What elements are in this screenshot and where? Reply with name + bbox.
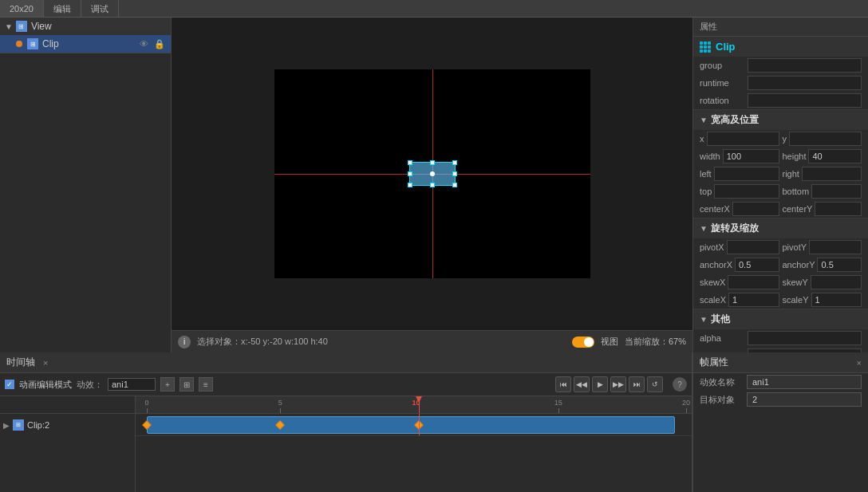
top-bar-edit[interactable]: 编辑	[44, 0, 81, 17]
pb-last-btn[interactable]: ⏭	[629, 376, 645, 392]
view-toggle[interactable]	[572, 337, 594, 348]
prop-anchory-value[interactable]: 0.5	[817, 258, 862, 272]
layer-clip-name: Clip	[42, 38, 137, 49]
canvas-coords: 选择对象：x:-50 y:-20 w:100 h:40	[197, 336, 566, 348]
prop-runtime-value[interactable]	[748, 76, 862, 90]
prop-left-label: left	[700, 169, 712, 179]
handle-br[interactable]	[452, 183, 457, 187]
prop-group-label: group	[700, 61, 748, 70]
main-layout: ▼ ⊞ View ⊞ Clip 👁 🔒	[0, 18, 868, 352]
prop-rotation: rotation	[693, 92, 868, 109]
track-playhead-line	[419, 414, 420, 435]
prop-scalex-label: scaleX	[700, 295, 726, 305]
track-expand-icon[interactable]: ▶	[3, 421, 10, 430]
pb-play-btn[interactable]: ▶	[592, 376, 608, 392]
prop-rotation-value[interactable]	[748, 93, 862, 108]
prop-alpha-label: alpha	[700, 333, 748, 343]
pb-first-btn[interactable]: ⏮	[555, 376, 571, 392]
prop-pivoty-value[interactable]	[809, 240, 862, 254]
prop-pivotx-value[interactable]	[727, 240, 779, 254]
other-header[interactable]: ▼ 其他	[693, 309, 868, 329]
view-section-header[interactable]: ▼ ⊞ View	[0, 18, 171, 35]
timeline-playhead[interactable]	[419, 396, 420, 413]
prop-skewy-value[interactable]	[811, 275, 862, 289]
track-clip-name: Clip:2	[27, 420, 49, 430]
top-bar-coords[interactable]: 20x20	[0, 0, 44, 17]
prop-y-value[interactable]	[789, 132, 862, 146]
center-panel: i 选择对象：x:-50 y:-20 w:100 h:40 视图 当前缩放：67…	[172, 18, 692, 352]
prop-bottom-value[interactable]	[811, 184, 862, 199]
anim-copy-btn[interactable]: ⊞	[180, 377, 194, 392]
frame-target-value[interactable]: 2	[747, 392, 862, 407]
handle-tm[interactable]	[430, 160, 435, 165]
canvas-area[interactable]	[172, 18, 692, 330]
prop-alpha-value[interactable]	[748, 331, 862, 345]
handle-tr[interactable]	[452, 160, 457, 165]
frame-props-panel: 帧属性 × 动效名称 ani1 目标对象 2	[692, 352, 868, 492]
clip-name: Clip	[716, 41, 736, 53]
timeline-close-btn[interactable]: ×	[43, 358, 48, 368]
visibility-icon[interactable]: 👁	[137, 37, 150, 50]
anim-edit-checkbox[interactable]: ✓	[5, 380, 14, 389]
prop-height-label: height	[783, 152, 807, 161]
layer-actions: 👁 🔒	[137, 37, 166, 50]
frame-props-title: 帧属性	[700, 356, 857, 369]
transform-header[interactable]: ▼ 旋转及缩放	[693, 218, 868, 238]
other-title: 其他	[711, 313, 730, 326]
pb-prev-btn[interactable]: ◀◀	[574, 376, 590, 392]
prop-height-value[interactable]: 40	[808, 149, 862, 163]
pb-next-btn[interactable]: ▶▶	[610, 376, 626, 392]
view-label: 视图	[601, 336, 618, 348]
anim-add-btn[interactable]: +	[160, 377, 175, 392]
prop-centerx-value[interactable]	[732, 202, 779, 216]
handle-ml[interactable]	[408, 171, 412, 176]
frame-props-close-btn[interactable]: ×	[857, 358, 862, 368]
prop-top-value[interactable]	[714, 184, 779, 199]
anim-edit-label: 动画编辑模式	[19, 379, 72, 391]
lock-icon[interactable]: 🔒	[153, 37, 166, 50]
top-bar-debug[interactable]: 调试	[81, 0, 119, 17]
prop-scaley-value[interactable]: 1	[811, 293, 862, 307]
prop-anchorx-value[interactable]: 0.5	[735, 258, 779, 272]
prop-centerx-label: centerX	[700, 204, 730, 214]
prop-skewx-label: skewX	[700, 277, 725, 287]
right-panel: 属性 Clip group runtime rotation	[692, 18, 868, 352]
track-clip-icon: ⊞	[13, 419, 24, 431]
size-pos-header[interactable]: ▼ 宽高及位置	[693, 110, 868, 130]
prop-centery-value[interactable]	[815, 202, 862, 216]
layer-item-clip[interactable]: ⊞ Clip 👁 🔒	[0, 35, 171, 53]
anim-menu-btn[interactable]: ≡	[199, 377, 213, 392]
help-btn[interactable]: ?	[673, 377, 687, 392]
layer-active-dot	[16, 41, 22, 47]
playhead-triangle	[416, 396, 422, 403]
info-icon[interactable]: i	[178, 336, 191, 348]
handle-bl[interactable]	[408, 183, 412, 187]
layer-clip-icon: ⊞	[27, 38, 38, 49]
prop-anchorx-label: anchorX	[700, 260, 732, 270]
clip-object[interactable]	[409, 162, 456, 186]
prop-group-value[interactable]	[748, 58, 862, 73]
other-section: ▼ 其他 alpha autoPlay blendMode cacheAs	[693, 309, 868, 352]
anim-name-input[interactable]	[108, 378, 156, 391]
prop-skewy-label: skewY	[783, 277, 808, 287]
track-label-clip2[interactable]: ▶ ⊞ Clip:2	[0, 414, 135, 436]
prop-skewx-value[interactable]	[728, 275, 779, 289]
playback-controls: ⏮ ◀◀ ▶ ▶▶ ⏭ ↺	[555, 376, 663, 392]
prop-right-value[interactable]	[802, 167, 862, 181]
prop-x-value[interactable]	[707, 132, 779, 146]
track-clip-bar[interactable]	[147, 416, 675, 434]
handle-tl[interactable]	[408, 160, 412, 165]
track-content: 0 5 10 15 20	[136, 396, 692, 492]
frame-anim-name-value[interactable]: ani1	[747, 375, 862, 389]
prop-anchory-label: anchorY	[783, 260, 815, 270]
handle-bm[interactable]	[430, 183, 435, 187]
top-bar: 20x20 编辑 调试	[0, 0, 868, 18]
prop-scalex-value[interactable]: 1	[728, 293, 779, 307]
transform-title: 旋转及缩放	[711, 222, 759, 235]
prop-left-value[interactable]	[714, 167, 779, 181]
prop-width-value[interactable]: 100	[723, 149, 779, 163]
handle-mr[interactable]	[452, 171, 457, 176]
pb-loop-btn[interactable]: ↺	[647, 376, 663, 392]
properties-header: 属性	[693, 18, 868, 37]
prop-top-label: top	[700, 187, 712, 196]
